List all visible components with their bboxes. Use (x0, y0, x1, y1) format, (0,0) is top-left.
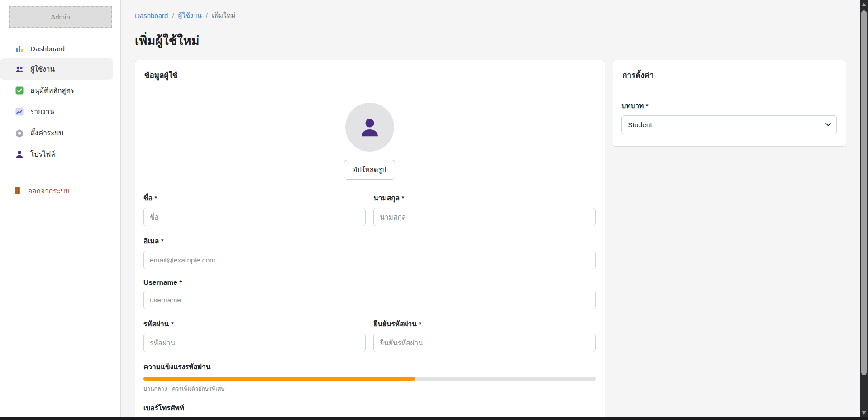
required-mark: * (161, 237, 164, 245)
scrollbar-thumb[interactable] (861, 10, 867, 375)
role-select-wrap: Student (621, 115, 837, 134)
user-info-card-body: อัปโหลดรูป ชื่อ * (135, 90, 605, 417)
password-label: รหัสผ่าน * (143, 318, 366, 329)
password-group: รหัสผ่าน * (143, 318, 366, 352)
sidebar-item-reports[interactable]: รายงาน (0, 101, 120, 122)
role-select[interactable]: Student (621, 115, 837, 134)
first-name-input[interactable] (143, 208, 366, 226)
breadcrumb-dashboard[interactable]: Dashboard (135, 12, 168, 19)
settings-card: การตั้งค่า บทบาท * Student (613, 60, 846, 147)
sidebar-item-profile[interactable]: โปรไฟล์ (0, 143, 120, 165)
password-strength-group: ความแข็งแรงรหัสผ่าน ปานกลาง - ควรเพิ่มตั… (143, 361, 596, 393)
sidebar-item-label: ตั้งค่าระบบ (30, 127, 63, 138)
sidebar-item-label: อนุมัติหลักสูตร (30, 85, 74, 96)
sidebar-item-label: รายงาน (30, 106, 54, 117)
dashboard-icon (15, 44, 24, 53)
last-name-label: นามสกุล * (373, 192, 596, 204)
password-strength-label: ความแข็งแรงรหัสผ่าน (143, 361, 596, 372)
app-window: Admin Dashboard ผู้ใช้งาน อนุมัติหลักสูต… (0, 0, 868, 420)
gear-icon (15, 129, 24, 138)
last-name-group: นามสกุล * (373, 192, 596, 226)
sidebar-item-dashboard[interactable]: Dashboard (0, 39, 120, 58)
password-strength-hint: ปานกลาง - ควรเพิ่มตัวอักษรพิเศษ (143, 384, 596, 393)
email-group: อีเมล * (143, 235, 596, 269)
sidebar-nav: Dashboard ผู้ใช้งาน อนุมัติหลักสูตร รายง… (0, 39, 120, 165)
sidebar-item-system-settings[interactable]: ตั้งค่าระบบ (0, 122, 120, 143)
window-bottom-edge (0, 417, 868, 420)
upload-photo-button[interactable]: อัปโหลดรูป (344, 160, 395, 180)
settings-card-body: บทบาท * Student (613, 90, 846, 146)
breadcrumb-separator: / (206, 12, 208, 19)
confirm-password-label: ยืนยันรหัสผ่าน * (373, 318, 596, 329)
breadcrumb-current: เพิ่มใหม่ (212, 10, 235, 21)
phone-group: เบอร์โทรศัพท์ (143, 402, 596, 417)
vertical-scrollbar[interactable] (860, 0, 868, 417)
confirm-password-input[interactable] (373, 334, 596, 352)
required-mark: * (401, 194, 404, 202)
sidebar-item-label: Dashboard (30, 45, 65, 53)
trend-chart-icon (15, 107, 24, 116)
first-name-group: ชื่อ * (143, 192, 366, 226)
required-mark: * (171, 320, 174, 328)
email-input[interactable] (143, 251, 596, 269)
sidebar: Admin Dashboard ผู้ใช้งาน อนุมัติหลักสูต… (0, 0, 121, 417)
user-info-card-title: ข้อมูลผู้ใช้ (135, 60, 605, 90)
breadcrumb: Dashboard / ผู้ใช้งาน / เพิ่มใหม่ (135, 10, 846, 21)
scrollbar-up-arrow[interactable] (860, 0, 868, 9)
sidebar-item-course-approval[interactable]: อนุมัติหลักสูตร (0, 80, 120, 101)
required-mark: * (645, 102, 648, 110)
main-content: Dashboard / ผู้ใช้งาน / เพิ่มใหม่ เพิ่มผ… (121, 0, 860, 417)
person-icon (15, 150, 24, 159)
required-mark: * (419, 320, 421, 328)
scrollbar-down-arrow[interactable] (860, 408, 868, 417)
check-icon (15, 86, 24, 95)
settings-card-title: การตั้งค่า (613, 60, 846, 90)
admin-logo: Admin (9, 6, 112, 28)
admin-logo-label: Admin (51, 13, 70, 21)
sidebar-divider (9, 172, 112, 172)
page-title: เพิ่มผู้ใช้ใหม่ (135, 31, 846, 50)
email-label: อีเมล * (143, 235, 596, 247)
cards-row: ข้อมูลผู้ใช้ อัปโหลดรูป ชื่อ (135, 60, 846, 417)
password-input[interactable] (143, 334, 366, 352)
user-info-card: ข้อมูลผู้ใช้ อัปโหลดรูป ชื่อ (135, 60, 605, 417)
last-name-input[interactable] (373, 208, 596, 226)
avatar (345, 103, 394, 152)
confirm-password-group: ยืนยันรหัสผ่าน * (373, 318, 596, 352)
required-mark: * (154, 194, 157, 202)
avatar-section: อัปโหลดรูป (143, 100, 596, 182)
door-icon (14, 186, 23, 196)
first-name-label: ชื่อ * (143, 192, 366, 204)
sidebar-item-label: โปรไฟล์ (30, 148, 55, 160)
users-icon (15, 65, 24, 74)
logout-button[interactable]: ออกจากระบบ (0, 181, 120, 201)
username-input[interactable] (143, 291, 596, 309)
role-label: บทบาท * (621, 100, 837, 111)
avatar-person-icon (358, 115, 382, 139)
breadcrumb-separator: / (172, 12, 174, 19)
password-strength-fill (143, 377, 415, 381)
sidebar-item-users[interactable]: ผู้ใช้งาน (0, 58, 113, 80)
user-form: ชื่อ * นามสกุล * (143, 192, 596, 417)
username-label: Username * (143, 278, 596, 286)
breadcrumb-users[interactable]: ผู้ใช้งาน (178, 10, 202, 21)
password-strength-track (143, 377, 596, 381)
phone-label: เบอร์โทรศัพท์ (143, 402, 596, 414)
required-mark: * (179, 278, 182, 286)
logout-label: ออกจากระบบ (28, 185, 70, 196)
sidebar-item-label: ผู้ใช้งาน (30, 63, 55, 75)
username-group: Username * (143, 278, 596, 309)
